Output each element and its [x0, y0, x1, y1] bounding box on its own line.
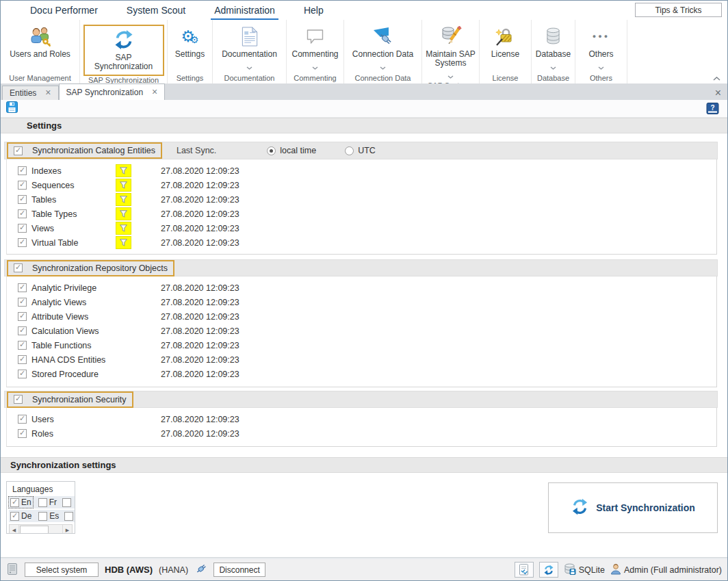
gear-icon — [181, 25, 198, 48]
security-section-header: Synchronization Security — [4, 391, 718, 408]
analytic-privilege-checkbox[interactable] — [18, 283, 27, 292]
language-en-checkbox[interactable] — [10, 498, 19, 507]
stored-procedure-checkbox[interactable] — [18, 370, 27, 378]
table-functions-checkbox[interactable] — [18, 341, 27, 350]
commenting-button[interactable]: Commenting — [291, 20, 338, 73]
documentation-button[interactable]: Documentation — [222, 20, 277, 73]
scroll-left-icon[interactable] — [10, 525, 19, 534]
users-checkbox[interactable] — [18, 415, 27, 424]
others-label: Others — [588, 50, 613, 59]
menu-help[interactable]: Help — [289, 1, 338, 20]
roles-checkbox[interactable] — [18, 429, 27, 438]
language-de-checkbox[interactable] — [10, 512, 19, 521]
scrollbar-thumb[interactable] — [20, 526, 49, 534]
filter-icon[interactable] — [116, 193, 131, 206]
connection-plug-icon — [372, 25, 393, 48]
info-help-icon[interactable]: ? — [706, 103, 719, 117]
ribbon-group-settings: Settings Settings — [168, 20, 213, 83]
language-de[interactable]: De — [9, 511, 33, 521]
start-synchronization-button[interactable]: Start Synchronization — [548, 482, 718, 533]
languages-scrollbar[interactable] — [9, 524, 73, 534]
hana-cds-entities-checkbox[interactable] — [18, 355, 27, 364]
status-bar: Select system HDB (AWS) (HANA) Disconnec… — [1, 559, 727, 580]
settings-header-label: Settings — [27, 120, 62, 131]
filter-icon[interactable] — [116, 236, 131, 249]
license-button[interactable]: License — [491, 20, 519, 73]
catalog-checkbox[interactable] — [14, 146, 23, 155]
tab-sap-synchronization[interactable]: SAP Synchronization — [59, 83, 166, 100]
table-functions-label: Table Functions — [31, 341, 161, 350]
close-icon[interactable] — [45, 88, 51, 98]
filter-icon[interactable] — [116, 164, 131, 177]
document-toolbar: ? — [1, 100, 727, 118]
radio-local-time-control[interactable] — [267, 146, 276, 155]
calculation-views-label: Calculation Views — [31, 326, 161, 336]
radio-utc-control[interactable] — [345, 146, 354, 155]
tab-entities[interactable]: Entities — [2, 86, 59, 100]
language-checkbox-partial[interactable] — [64, 512, 73, 521]
security-checkbox[interactable] — [14, 395, 23, 404]
indexes-checkbox[interactable] — [18, 166, 27, 175]
radio-utc[interactable]: UTC — [345, 146, 376, 155]
tables-checkbox[interactable] — [18, 195, 27, 204]
language-en[interactable]: En — [9, 497, 33, 508]
filter-icon[interactable] — [116, 179, 131, 192]
menu-administration[interactable]: Administration — [200, 1, 289, 20]
documentation-label: Documentation — [222, 50, 277, 59]
sequences-checkbox[interactable] — [18, 181, 27, 190]
status-right-group: SQLite Admin (Full administrator) — [515, 562, 722, 578]
select-system-button[interactable]: Select system — [25, 563, 99, 577]
users-and-roles-button[interactable]: Users and Roles — [10, 20, 70, 73]
close-icon[interactable] — [152, 88, 157, 97]
table-functions-last-sync: 27.08.2020 12:09:23 — [161, 341, 239, 350]
sync-status-button[interactable] — [539, 562, 558, 578]
calculation-views-checkbox[interactable] — [18, 326, 27, 335]
language-es[interactable]: Es — [37, 511, 60, 521]
catalog-checkbox-group[interactable]: Synchronization Catalog Entities — [7, 142, 162, 159]
menu-system-scout[interactable]: System Scout — [112, 1, 200, 20]
connection-data-button[interactable]: Connection Data — [352, 20, 413, 73]
document-check-button[interactable] — [515, 562, 534, 578]
language-es-checkbox[interactable] — [38, 512, 47, 521]
scroll-right-icon[interactable] — [62, 525, 72, 534]
ribbon-group-commenting: Commenting Commenting — [287, 20, 344, 83]
speech-bubble-icon — [306, 25, 324, 48]
radio-local-time[interactable]: local time — [267, 146, 316, 155]
table-types-checkbox[interactable] — [18, 209, 27, 218]
disconnect-button[interactable]: Disconnect — [213, 563, 265, 577]
analytic-views-checkbox[interactable] — [18, 298, 27, 307]
views-checkbox[interactable] — [18, 224, 27, 233]
analytic-views-last-sync: 27.08.2020 12:09:23 — [161, 298, 239, 307]
ribbon-collapse-icon[interactable] — [713, 71, 720, 83]
tab-entities-label: Entities — [10, 88, 36, 98]
attribute-views-checkbox[interactable] — [18, 312, 27, 321]
security-checkbox-group[interactable]: Synchronization Security — [7, 391, 133, 408]
others-button[interactable]: Others — [588, 20, 613, 73]
maintain-sap-systems-button[interactable]: Maintain SAP Systems — [422, 20, 479, 81]
language-fr-checkbox[interactable] — [38, 498, 47, 507]
analytic-privilege-label: Analytic Privilege — [31, 283, 161, 293]
repository-section-header: Synchronization Repository Objects — [4, 259, 718, 276]
repository-checkbox[interactable] — [14, 263, 23, 272]
filter-icon[interactable] — [116, 207, 131, 220]
menu-docu-performer[interactable]: Docu Performer — [16, 1, 112, 20]
users-and-roles-label: Users and Roles — [10, 50, 70, 59]
ribbon-caption-commenting: Commenting — [287, 73, 343, 83]
ribbon-group-sap-systems: Maintain SAP Systems SAP Systems — [422, 20, 480, 83]
analytic-privilege-last-sync: 27.08.2020 12:09:23 — [161, 283, 239, 293]
filter-icon[interactable] — [116, 222, 131, 235]
close-icon[interactable] — [715, 87, 721, 99]
tips-and-tricks-button[interactable]: Tips & Tricks — [635, 3, 722, 17]
database-button[interactable]: Database — [536, 20, 571, 73]
language-fr[interactable]: Fr — [37, 497, 58, 508]
system-icon[interactable] — [6, 563, 18, 578]
chevron-down-icon — [246, 60, 252, 73]
save-icon[interactable] — [6, 101, 18, 116]
settings-button[interactable]: Settings — [175, 20, 205, 73]
sap-synchronization-button[interactable]: SAP Synchronization — [83, 20, 164, 76]
language-checkbox-partial[interactable] — [62, 498, 71, 507]
repository-checkbox-group[interactable]: Synchronization Repository Objects — [7, 260, 174, 276]
virtual-table-checkbox[interactable] — [18, 238, 27, 247]
sync-settings-header-label: Synchronization settings — [10, 460, 116, 470]
virtual-table-label: Virtual Table — [31, 238, 116, 248]
